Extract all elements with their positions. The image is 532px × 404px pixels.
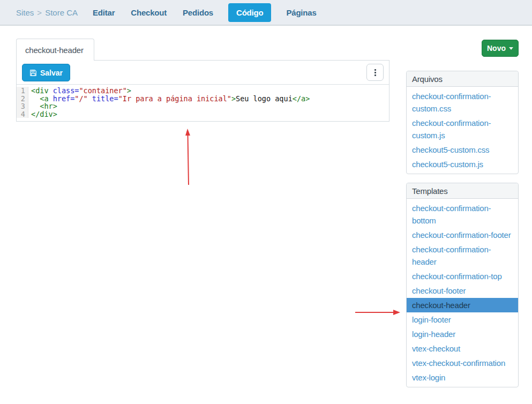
template-link[interactable]: checkout-footer — [407, 283, 518, 298]
template-link[interactable]: vtex-checkout — [407, 341, 518, 356]
tab-checkout[interactable]: Checkout — [130, 3, 168, 22]
line-number: 2 — [17, 95, 25, 103]
caret-down-icon — [509, 47, 513, 50]
code-line[interactable]: <hr> — [31, 102, 389, 110]
code-editor[interactable]: 1234 <div class="container"> <a href="/"… — [17, 85, 389, 121]
arrow-right-icon — [355, 310, 400, 315]
top-navbar: Sites > Store CA Editar Checkout Pedidos… — [0, 0, 532, 26]
tab-paginas[interactable]: Páginas — [285, 3, 317, 22]
templates-panel-header: Templates — [407, 183, 518, 199]
template-link[interactable]: vtex-checkout-confirmation — [407, 356, 518, 370]
line-number: 3 — [17, 102, 25, 110]
templates-list: checkout-confirmation-bottomcheckout-con… — [407, 199, 518, 387]
template-link[interactable]: checkout-confirmation-top — [407, 269, 518, 283]
template-link[interactable]: vtex-login — [407, 370, 518, 385]
tab-pedidos[interactable]: Pedidos — [182, 3, 214, 22]
template-link[interactable]: checkout-confirmation-header — [407, 242, 518, 269]
breadcrumb-store-link[interactable]: Store CA — [45, 8, 78, 17]
breadcrumb-separator: > — [37, 8, 42, 17]
breadcrumb-sites-link[interactable]: Sites — [16, 8, 34, 17]
line-number: 1 — [17, 87, 25, 95]
editor-file-tab-label: checkout-header — [25, 46, 84, 55]
arrow-up-icon — [185, 129, 190, 185]
more-options-button[interactable] — [366, 64, 384, 81]
code-line[interactable]: <a href="/" title="Ir para a página inic… — [31, 95, 389, 103]
code-line[interactable]: <div class="container"> — [31, 87, 389, 95]
template-link[interactable]: login-header — [407, 327, 518, 341]
template-link-selected[interactable]: checkout-header — [407, 298, 518, 312]
line-number: 4 — [17, 110, 25, 118]
page: Sites > Store CA Editar Checkout Pedidos… — [0, 0, 532, 404]
arquivos-panel-header: Arquivos — [407, 71, 518, 87]
file-link[interactable]: checkout-confirmation-custom.css — [407, 89, 518, 116]
novo-button-label: Novo — [487, 44, 506, 53]
editor-toolbar: Salvar — [17, 61, 389, 85]
code-line[interactable]: </div> — [31, 110, 389, 118]
floppy-disk-icon — [29, 69, 37, 77]
novo-button[interactable]: Novo — [482, 40, 519, 57]
template-link[interactable]: login-footer — [407, 312, 518, 327]
arquivos-list: checkout-confirmation-custom.csscheckout… — [407, 87, 518, 174]
kebab-vertical-icon — [374, 69, 376, 76]
editor-gutter: 1234 — [17, 87, 28, 118]
file-link[interactable]: checkout5-custom.js — [407, 157, 518, 171]
file-link[interactable]: checkout5-custom.css — [407, 143, 518, 157]
breadcrumb: Sites > Store CA — [16, 8, 78, 17]
editor-panel: Salvar 1234 <div class="container"> <a h… — [16, 60, 389, 122]
template-link[interactable]: checkout-confirmation-bottom — [407, 201, 518, 228]
tab-codigo-active[interactable]: Código — [228, 3, 271, 22]
template-link[interactable]: checkout-confirmation-footer — [407, 228, 518, 242]
file-link[interactable]: checkout-confirmation-custom.js — [407, 116, 518, 143]
arquivos-panel: Arquivos checkout-confirmation-custom.cs… — [406, 71, 519, 174]
tab-editar[interactable]: Editar — [92, 3, 116, 22]
save-button[interactable]: Salvar — [22, 64, 70, 81]
editor-file-tab[interactable]: checkout-header — [16, 39, 94, 61]
editor-code[interactable]: <div class="container"> <a href="/" titl… — [28, 87, 389, 118]
templates-panel: Templates checkout-confirmation-bottomch… — [406, 183, 519, 387]
save-button-label: Salvar — [40, 69, 63, 77]
